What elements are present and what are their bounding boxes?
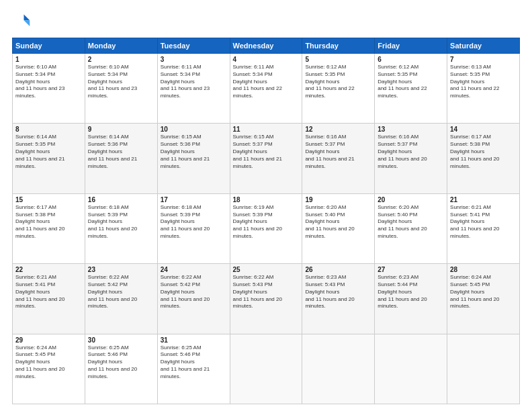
day-info: Sunrise: 6:11 AMSunset: 5:34 PMDaylight … xyxy=(233,64,300,100)
day-number: 13 xyxy=(378,126,444,133)
day-number: 18 xyxy=(233,196,300,203)
day-number: 15 xyxy=(15,196,82,203)
day-number: 8 xyxy=(15,126,82,133)
day-info: Sunrise: 6:10 AMSunset: 5:34 PMDaylight … xyxy=(88,64,154,100)
day-info: Sunrise: 6:12 AMSunset: 5:35 PMDaylight … xyxy=(378,64,444,100)
day-number: 14 xyxy=(450,126,517,133)
calendar-cell: 7Sunrise: 6:13 AMSunset: 5:35 PMDaylight… xyxy=(447,54,520,124)
day-number: 11 xyxy=(233,126,300,133)
day-number: 7 xyxy=(450,56,517,63)
calendar-cell: 26Sunrise: 6:23 AMSunset: 5:43 PMDayligh… xyxy=(302,264,375,334)
day-info: Sunrise: 6:24 AMSunset: 5:45 PMDaylight … xyxy=(450,274,517,310)
day-info: Sunrise: 6:19 AMSunset: 5:39 PMDaylight … xyxy=(233,204,300,240)
day-info: Sunrise: 6:15 AMSunset: 5:37 PMDaylight … xyxy=(233,134,300,170)
calendar-week-row: 1Sunrise: 6:10 AMSunset: 5:34 PMDaylight… xyxy=(13,54,520,124)
calendar-cell: 13Sunrise: 6:16 AMSunset: 5:37 PMDayligh… xyxy=(375,124,447,193)
day-info: Sunrise: 6:12 AMSunset: 5:35 PMDaylight … xyxy=(305,64,371,100)
day-info: Sunrise: 6:23 AMSunset: 5:44 PMDaylight … xyxy=(378,274,444,310)
calendar-cell: 27Sunrise: 6:23 AMSunset: 5:44 PMDayligh… xyxy=(375,264,447,334)
calendar-cell: 16Sunrise: 6:18 AMSunset: 5:39 PMDayligh… xyxy=(85,193,157,263)
day-info: Sunrise: 6:11 AMSunset: 5:34 PMDaylight … xyxy=(161,64,227,100)
day-number: 27 xyxy=(378,266,444,273)
day-number: 31 xyxy=(161,336,227,344)
calendar-cell: 29Sunrise: 6:24 AMSunset: 5:45 PMDayligh… xyxy=(13,334,85,404)
weekday-header: Sunday xyxy=(13,38,85,54)
calendar-cell: 1Sunrise: 6:10 AMSunset: 5:34 PMDaylight… xyxy=(13,54,85,124)
day-info: Sunrise: 6:13 AMSunset: 5:35 PMDaylight … xyxy=(450,64,517,100)
day-number: 23 xyxy=(88,266,154,273)
day-info: Sunrise: 6:21 AMSunset: 5:41 PMDaylight … xyxy=(15,274,82,310)
day-number: 22 xyxy=(15,266,82,273)
weekday-header: Friday xyxy=(375,38,447,54)
day-number: 10 xyxy=(161,126,227,133)
calendar-cell xyxy=(302,334,375,404)
day-info: Sunrise: 6:17 AMSunset: 5:38 PMDaylight … xyxy=(15,204,82,240)
day-info: Sunrise: 6:16 AMSunset: 5:37 PMDaylight … xyxy=(378,134,444,170)
calendar-cell: 25Sunrise: 6:22 AMSunset: 5:43 PMDayligh… xyxy=(230,264,302,334)
day-number: 26 xyxy=(305,266,371,273)
calendar-week-row: 15Sunrise: 6:17 AMSunset: 5:38 PMDayligh… xyxy=(13,193,520,263)
calendar-cell: 4Sunrise: 6:11 AMSunset: 5:34 PMDaylight… xyxy=(230,54,302,124)
day-info: Sunrise: 6:22 AMSunset: 5:43 PMDaylight … xyxy=(233,274,300,310)
calendar-cell: 31Sunrise: 6:25 AMSunset: 5:46 PMDayligh… xyxy=(157,334,230,404)
weekday-header: Wednesday xyxy=(230,38,302,54)
day-info: Sunrise: 6:25 AMSunset: 5:46 PMDaylight … xyxy=(161,345,227,381)
day-number: 5 xyxy=(305,56,371,63)
svg-marker-0 xyxy=(24,15,30,21)
day-info: Sunrise: 6:14 AMSunset: 5:35 PMDaylight … xyxy=(15,134,82,170)
calendar-cell: 18Sunrise: 6:19 AMSunset: 5:39 PMDayligh… xyxy=(230,193,302,263)
day-number: 24 xyxy=(161,266,227,273)
calendar-cell xyxy=(375,334,447,404)
calendar-cell: 28Sunrise: 6:24 AMSunset: 5:45 PMDayligh… xyxy=(447,264,520,334)
calendar-week-row: 8Sunrise: 6:14 AMSunset: 5:35 PMDaylight… xyxy=(13,124,520,193)
logo xyxy=(12,12,34,31)
day-info: Sunrise: 6:23 AMSunset: 5:43 PMDaylight … xyxy=(305,274,371,310)
day-number: 19 xyxy=(305,196,371,203)
calendar-header-row: SundayMondayTuesdayWednesdayThursdayFrid… xyxy=(13,38,520,54)
calendar-cell: 5Sunrise: 6:12 AMSunset: 5:35 PMDaylight… xyxy=(302,54,375,124)
day-info: Sunrise: 6:16 AMSunset: 5:37 PMDaylight … xyxy=(305,134,371,170)
day-number: 3 xyxy=(161,56,227,63)
day-info: Sunrise: 6:22 AMSunset: 5:42 PMDaylight … xyxy=(88,274,154,310)
day-info: Sunrise: 6:10 AMSunset: 5:34 PMDaylight … xyxy=(15,64,82,100)
weekday-header: Tuesday xyxy=(157,38,230,54)
day-info: Sunrise: 6:21 AMSunset: 5:41 PMDaylight … xyxy=(450,204,517,240)
calendar-cell: 21Sunrise: 6:21 AMSunset: 5:41 PMDayligh… xyxy=(447,193,520,263)
day-number: 17 xyxy=(161,196,227,203)
calendar-cell: 24Sunrise: 6:22 AMSunset: 5:42 PMDayligh… xyxy=(157,264,230,334)
calendar-cell: 22Sunrise: 6:21 AMSunset: 5:41 PMDayligh… xyxy=(13,264,85,334)
day-number: 16 xyxy=(88,196,154,203)
day-number: 6 xyxy=(378,56,444,63)
calendar-week-row: 22Sunrise: 6:21 AMSunset: 5:41 PMDayligh… xyxy=(13,264,520,334)
calendar-cell: 20Sunrise: 6:20 AMSunset: 5:40 PMDayligh… xyxy=(375,193,447,263)
day-number: 21 xyxy=(450,196,517,203)
day-number: 12 xyxy=(305,126,371,133)
calendar-cell: 9Sunrise: 6:14 AMSunset: 5:36 PMDaylight… xyxy=(85,124,157,193)
calendar-cell: 10Sunrise: 6:15 AMSunset: 5:36 PMDayligh… xyxy=(157,124,230,193)
day-number: 4 xyxy=(233,56,300,63)
calendar-cell: 23Sunrise: 6:22 AMSunset: 5:42 PMDayligh… xyxy=(85,264,157,334)
calendar-cell: 6Sunrise: 6:12 AMSunset: 5:35 PMDaylight… xyxy=(375,54,447,124)
calendar-cell xyxy=(230,334,302,404)
day-info: Sunrise: 6:20 AMSunset: 5:40 PMDaylight … xyxy=(378,204,444,240)
day-info: Sunrise: 6:20 AMSunset: 5:40 PMDaylight … xyxy=(305,204,371,240)
day-info: Sunrise: 6:25 AMSunset: 5:46 PMDaylight … xyxy=(88,345,154,381)
day-info: Sunrise: 6:14 AMSunset: 5:36 PMDaylight … xyxy=(88,134,154,170)
calendar-cell: 11Sunrise: 6:15 AMSunset: 5:37 PMDayligh… xyxy=(230,124,302,193)
svg-marker-1 xyxy=(24,20,30,26)
day-number: 29 xyxy=(15,336,82,344)
day-info: Sunrise: 6:22 AMSunset: 5:42 PMDaylight … xyxy=(161,274,227,310)
day-info: Sunrise: 6:18 AMSunset: 5:39 PMDaylight … xyxy=(161,204,227,240)
day-info: Sunrise: 6:18 AMSunset: 5:39 PMDaylight … xyxy=(88,204,154,240)
header xyxy=(12,12,520,31)
calendar-cell: 2Sunrise: 6:10 AMSunset: 5:34 PMDaylight… xyxy=(85,54,157,124)
calendar-cell: 19Sunrise: 6:20 AMSunset: 5:40 PMDayligh… xyxy=(302,193,375,263)
day-number: 25 xyxy=(233,266,300,273)
day-info: Sunrise: 6:17 AMSunset: 5:38 PMDaylight … xyxy=(450,134,517,170)
day-number: 1 xyxy=(15,56,82,63)
day-number: 9 xyxy=(88,126,154,133)
day-number: 2 xyxy=(88,56,154,63)
weekday-header: Monday xyxy=(85,38,157,54)
day-info: Sunrise: 6:15 AMSunset: 5:36 PMDaylight … xyxy=(161,134,227,170)
calendar-cell: 14Sunrise: 6:17 AMSunset: 5:38 PMDayligh… xyxy=(447,124,520,193)
